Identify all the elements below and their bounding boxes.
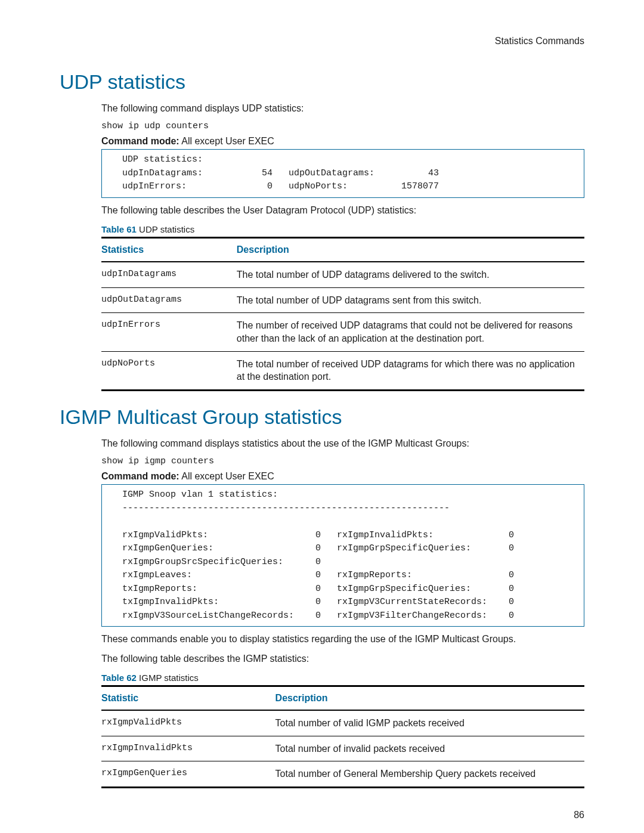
stat-name: udpInDatagrams <box>101 262 237 287</box>
igmp-stats-table: Statistic Description rxIgmpValidPkts To… <box>101 685 584 788</box>
table-label: Table 62 <box>101 673 137 683</box>
igmp-command-mode: Command mode: All except User EXEC <box>101 471 584 482</box>
th-description: Description <box>275 686 584 711</box>
table-row: rxIgmpInvalidPkts Total number of invali… <box>101 736 584 761</box>
stat-desc: The total number of UDP datagrams delive… <box>237 262 584 287</box>
igmp-section-title: IGMP Multicast Group statistics <box>60 405 584 429</box>
table-row: udpInErrors The number of received UDP d… <box>101 313 584 351</box>
stat-name: udpNoPorts <box>101 351 237 390</box>
th-statistics: Statistics <box>101 238 237 262</box>
table-row: udpNoPorts The total number of received … <box>101 351 584 390</box>
stat-desc: The number of received UDP datagrams tha… <box>237 313 584 351</box>
igmp-output-box: IGMP Snoop vlan 1 statistics: ----------… <box>101 484 584 627</box>
udp-output-box: UDP statistics: udpInDatagrams: 54 udpOu… <box>101 149 584 198</box>
command-mode-value: All except User EXEC <box>179 136 274 146</box>
igmp-table-caption: Table 62 IGMP statistics <box>101 673 584 683</box>
table-row: udpInDatagrams The total number of UDP d… <box>101 262 584 287</box>
table-title: IGMP statistics <box>137 673 199 683</box>
stat-desc: The total number of received UDP datagra… <box>237 351 584 390</box>
igmp-after-2: The following table describes the IGMP s… <box>101 652 584 665</box>
stat-name: rxIgmpInvalidPkts <box>101 736 275 761</box>
page-header-right: Statistics Commands <box>60 36 584 47</box>
table-row: udpOutDatagrams The total number of UDP … <box>101 287 584 313</box>
command-mode-label: Command mode: <box>101 471 179 481</box>
stat-desc: Total number of valid IGMP packets recei… <box>275 710 584 736</box>
table-label: Table 61 <box>101 224 137 234</box>
th-statistic: Statistic <box>101 686 275 711</box>
udp-command: show ip udp counters <box>101 121 584 131</box>
udp-table-caption: Table 61 UDP statistics <box>101 224 584 234</box>
udp-section-title: UDP statistics <box>60 70 584 94</box>
command-mode-label: Command mode: <box>101 136 179 146</box>
stat-desc: The total number of UDP datagrams sent f… <box>237 287 584 313</box>
th-description: Description <box>237 238 584 262</box>
stat-desc: Total number of General Membership Query… <box>275 761 584 788</box>
udp-stats-table: Statistics Description udpInDatagrams Th… <box>101 237 584 391</box>
stat-name: rxIgmpGenQueries <box>101 761 275 788</box>
stat-name: rxIgmpValidPkts <box>101 710 275 736</box>
udp-table-intro: The following table describes the User D… <box>101 204 584 217</box>
table-title: UDP statistics <box>137 224 194 234</box>
command-mode-value: All except User EXEC <box>179 471 274 481</box>
stat-desc: Total number of invalid packets received <box>275 736 584 761</box>
stat-name: udpInErrors <box>101 313 237 351</box>
igmp-after-1: These commands enable you to display sta… <box>101 633 584 646</box>
igmp-intro-text: The following command displays statistic… <box>101 437 584 450</box>
igmp-command: show ip igmp counters <box>101 456 584 466</box>
udp-command-mode: Command mode: All except User EXEC <box>101 136 584 147</box>
udp-intro-text: The following command displays UDP stati… <box>101 102 584 115</box>
page-number: 86 <box>60 810 584 820</box>
table-row: rxIgmpGenQueries Total number of General… <box>101 761 584 788</box>
table-row: rxIgmpValidPkts Total number of valid IG… <box>101 710 584 736</box>
stat-name: udpOutDatagrams <box>101 287 237 313</box>
